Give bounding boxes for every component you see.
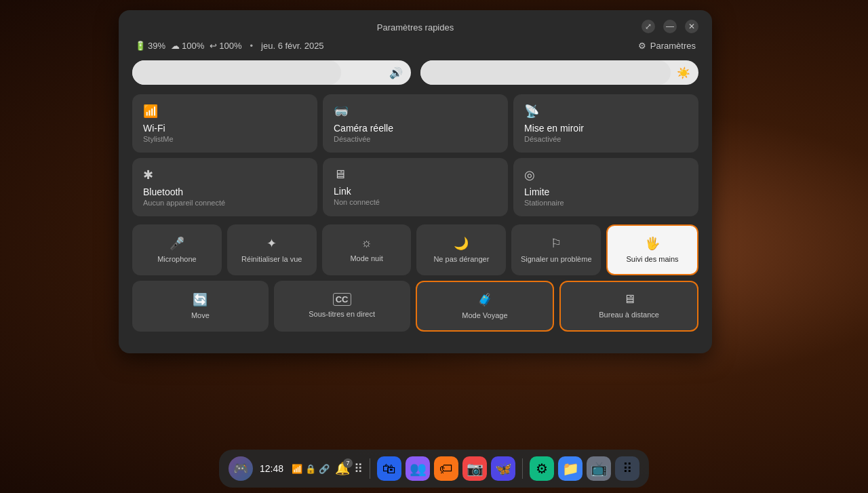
mode-voyage-tile[interactable]: 🧳 Mode Voyage	[416, 281, 555, 332]
wifi-tile[interactable]: 📶 Wi-Fi StylistMe	[132, 94, 317, 153]
camera-title: Caméra réelle	[334, 123, 497, 134]
sliders-row: 🔊 ☀️	[132, 60, 698, 85]
move-icon: 🔄	[193, 292, 208, 307]
ne-pas-deranger-label: Ne pas déranger	[433, 254, 489, 264]
app-grid[interactable]: ⠿	[615, 456, 639, 481]
avatar[interactable]: 🎮	[229, 456, 253, 481]
bluetooth-title: Bluetooth	[143, 186, 307, 197]
settings-button[interactable]: ⚙ Paramètres	[638, 41, 696, 51]
battery3-item: ↩ 100%	[210, 41, 241, 51]
bluetooth-tile[interactable]: ✱ Bluetooth Aucun appareil connecté	[132, 158, 317, 216]
wifi-subtitle: StylistMe	[143, 135, 307, 143]
signaler-label: Signaler un problème	[521, 254, 592, 264]
suivi-mains-label: Suivi des mains	[627, 254, 679, 264]
microphone-tile[interactable]: 🎤 Microphone	[132, 224, 222, 275]
limite-title: Limite	[524, 186, 688, 197]
small-tiles-row2: 🔄 Move CC Sous-titres en direct 🧳 Mode V…	[132, 281, 698, 332]
minimize-button[interactable]: —	[663, 20, 677, 33]
app-shop[interactable]: 🏷	[434, 456, 458, 481]
battery1-value: 39%	[148, 41, 165, 51]
sous-titres-label: Sous-titres en direct	[309, 309, 375, 319]
dot-separator: •	[250, 41, 254, 51]
bureau-distance-tile[interactable]: 🖥 Bureau à distance	[559, 281, 698, 332]
arrow-icon: ↩	[210, 41, 217, 51]
app-store[interactable]: 🛍	[377, 456, 401, 481]
wifi-status-icon: 📶	[292, 464, 302, 474]
move-label: Move	[191, 311, 210, 320]
limite-tile[interactable]: ◎ Limite Stationnaire	[513, 158, 698, 216]
link-icon: 🖥	[334, 167, 497, 182]
ne-pas-deranger-tile[interactable]: 🌙 Ne pas déranger	[416, 224, 506, 275]
quick-settings-panel: Paramètres rapides ⤢ — ✕ 🔋 39% ☁ 100% ↩ …	[119, 10, 712, 353]
microphone-label: Microphone	[157, 254, 196, 264]
main-tiles-grid: 📶 Wi-Fi StylistMe 🥽 Caméra réelle Désact…	[132, 94, 698, 216]
battery2-value: 100%	[182, 41, 204, 51]
notification-badge: 7	[343, 458, 353, 468]
taskbar-divider	[370, 458, 370, 479]
clock: 12:48	[260, 463, 283, 474]
top-bar: 🔋 39% ☁ 100% ↩ 100% • jeu. 6 févr. 2025 …	[132, 41, 698, 51]
sous-titres-icon: CC	[333, 293, 351, 306]
battery3-value: 100%	[219, 41, 241, 51]
link-subtitle: Non connecté	[334, 198, 497, 206]
battery2-item: ☁ 100%	[171, 41, 204, 51]
signaler-icon: ⚐	[551, 236, 561, 251]
link-status-icon: 🔗	[319, 464, 330, 474]
signaler-tile[interactable]: ⚐ Signaler un problème	[511, 224, 601, 275]
camera-subtitle: Désactivée	[334, 135, 497, 143]
bureau-distance-icon: 🖥	[623, 292, 635, 307]
reinitialiser-tile[interactable]: ✦ Réinitialiser la vue	[227, 224, 317, 275]
app-settings[interactable]: ⚙	[530, 456, 554, 481]
taskbar-status-icons: 📶 🔒 🔗	[292, 464, 330, 474]
notification-bell[interactable]: 🔔 7	[335, 461, 350, 476]
reinitialiser-label: Réinitialiser la vue	[241, 254, 302, 264]
cloud-icon: ☁	[171, 41, 180, 51]
wifi-title: Wi-Fi	[143, 123, 307, 134]
mirror-subtitle: Désactivée	[524, 135, 688, 143]
reinitialiser-icon: ✦	[267, 236, 277, 251]
panel-title: Paramètres rapides	[132, 22, 698, 33]
battery1-item: 🔋 39%	[135, 41, 165, 51]
mode-nuit-icon: ☼	[361, 236, 372, 250]
bluetooth-subtitle: Aucun appareil connecté	[143, 199, 307, 207]
close-button[interactable]: ✕	[685, 20, 698, 33]
limite-subtitle: Stationnaire	[524, 199, 688, 207]
taskbar: 🎮 12:48 📶 🔒 🔗 🔔 7 ⠿ 🛍 👥 🏷 📷 🦋 ⚙ 📁 📺 ⠿	[219, 450, 649, 488]
status-items: 🔋 39% ☁ 100% ↩ 100% • jeu. 6 févr. 2025	[135, 41, 324, 51]
app-files[interactable]: 📁	[558, 456, 583, 481]
limite-icon: ◎	[524, 167, 688, 182]
app-social[interactable]: 👥	[406, 456, 430, 481]
app-camera[interactable]: 📷	[462, 456, 487, 481]
suivi-mains-icon: 🖐	[645, 236, 660, 251]
small-tiles-row1: 🎤 Microphone ✦ Réinitialiser la vue ☼ Mo…	[132, 224, 698, 275]
app-meta[interactable]: 🦋	[491, 456, 515, 481]
window-controls: ⤢ — ✕	[642, 20, 698, 33]
ne-pas-deranger-icon: 🌙	[454, 236, 469, 251]
date-display: jeu. 6 févr. 2025	[261, 41, 324, 51]
app-tv[interactable]: 📺	[587, 456, 611, 481]
mode-nuit-label: Mode nuit	[350, 254, 382, 263]
microphone-icon: 🎤	[170, 236, 184, 251]
move-tile[interactable]: 🔄 Move	[132, 281, 269, 332]
mirror-tile[interactable]: 📡 Mise en miroir Désactivée	[513, 94, 698, 153]
mode-voyage-icon: 🧳	[477, 292, 492, 307]
camera-vr-icon: 🥽	[334, 104, 497, 119]
lock-icon: 🔒	[305, 464, 316, 474]
bureau-distance-label: Bureau à distance	[599, 310, 659, 319]
taskbar-menu-icon[interactable]: ⠿	[354, 461, 363, 476]
mirror-title: Mise en miroir	[524, 123, 688, 134]
expand-button[interactable]: ⤢	[642, 20, 655, 33]
wifi-icon: 📶	[143, 104, 307, 119]
bluetooth-icon: ✱	[143, 167, 307, 182]
sous-titres-tile[interactable]: CC Sous-titres en direct	[274, 281, 410, 332]
camera-tile[interactable]: 🥽 Caméra réelle Désactivée	[323, 94, 508, 153]
settings-label: Paramètres	[650, 41, 696, 51]
brightness-slider-container: ☀️	[420, 60, 699, 85]
battery1-icon: 🔋	[135, 41, 146, 51]
volume-slider-container: 🔊	[132, 60, 411, 85]
taskbar-divider2	[522, 458, 523, 479]
link-tile[interactable]: 🖥 Link Non connecté	[323, 158, 508, 216]
mode-nuit-tile[interactable]: ☼ Mode nuit	[322, 224, 412, 275]
suivi-mains-tile[interactable]: 🖐 Suivi des mains	[606, 224, 698, 275]
link-title: Link	[334, 186, 497, 197]
